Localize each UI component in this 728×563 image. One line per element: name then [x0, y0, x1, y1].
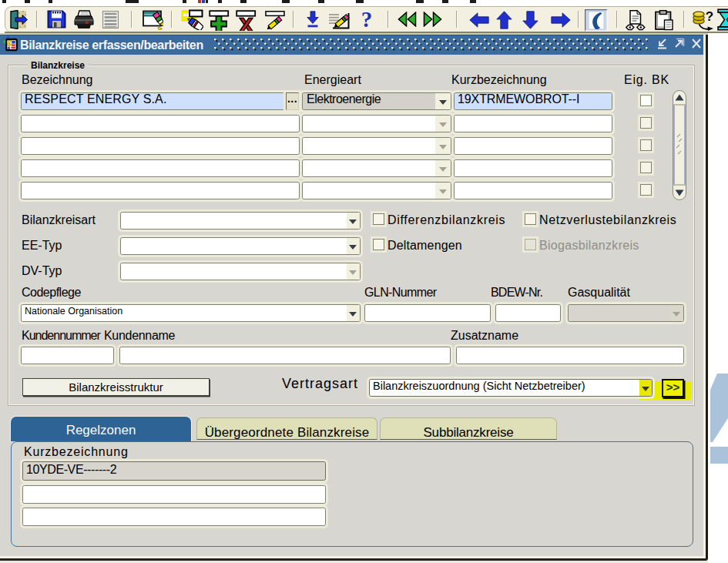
- svg-text:?: ?: [706, 10, 713, 24]
- svg-text:?: ?: [361, 8, 373, 32]
